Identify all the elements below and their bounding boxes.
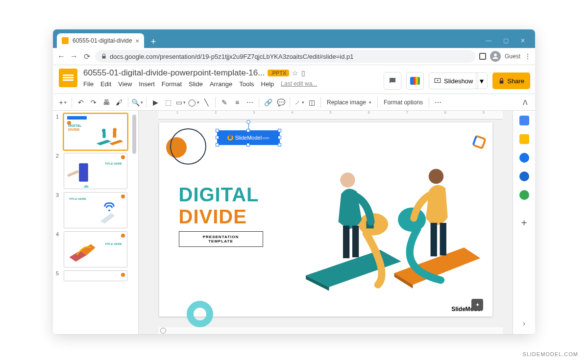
line-tool[interactable]: ╲ [200, 96, 212, 109]
menu-view[interactable]: View [118, 80, 132, 88]
thumb-number: 4 [56, 231, 61, 267]
shape-tool[interactable]: ◯ [188, 96, 199, 109]
tabs-overview-icon[interactable] [479, 53, 486, 60]
menu-arrange[interactable]: Arrange [210, 80, 232, 88]
minimize-icon[interactable]: — [486, 37, 491, 44]
menu-format[interactable]: Format [162, 80, 182, 88]
meet-button[interactable] [406, 72, 424, 90]
thumbnail-1[interactable]: DIGITALDIVIDE [64, 114, 127, 150]
svg-rect-5 [103, 132, 106, 138]
move-icon[interactable]: ▯ [301, 69, 305, 77]
menu-edit[interactable]: Edit [100, 80, 111, 88]
print-button[interactable]: 🖶 [100, 96, 112, 109]
thumbnail-4[interactable]: TITLE HERE [64, 231, 127, 267]
thumbnail-scrollbar[interactable] [132, 115, 136, 154]
replace-image-button[interactable]: Replace image [324, 99, 374, 106]
format-options-button[interactable]: Format options [381, 99, 426, 106]
browser-tab[interactable]: 60555-01-digital-divide-powerpo × [57, 33, 144, 48]
redo-button[interactable]: ↷ [88, 96, 99, 109]
more-tools-button[interactable]: ⋯ [432, 96, 444, 109]
menu-slide[interactable]: Slide [189, 80, 203, 88]
comment-icon [388, 76, 397, 85]
meet-icon [410, 77, 420, 85]
mask-button[interactable]: ◫ [306, 96, 318, 109]
svg-rect-20 [343, 226, 349, 258]
thumbnail-2[interactable]: TITLE HERE [64, 153, 127, 189]
zoom-out-icon[interactable] [160, 328, 166, 334]
thumbnail-3[interactable]: TITLE HERE [64, 192, 127, 228]
tab-title: 60555-01-digital-divide-powerpo [73, 37, 132, 44]
canvas-area: 123456789 SlideModel.com DIGITAL DIVIDE [139, 111, 513, 334]
app-header: 60555-01-digital-divide-powerpoint-templ… [53, 65, 535, 94]
profile-avatar[interactable] [490, 51, 501, 62]
new-slide-button[interactable]: + [57, 96, 69, 109]
zoom-button[interactable]: 🔍 [131, 96, 143, 109]
side-panel: + › [513, 111, 535, 334]
teal-donut-decoration [187, 301, 213, 327]
person-icon [492, 53, 499, 60]
ring-decoration [170, 128, 206, 165]
thumbnail-panel: 1 DIGITALDIVIDE 2 TITLE HERE 3 [53, 111, 139, 334]
bottom-bar: ‹ [53, 334, 535, 335]
last-edit-link[interactable]: Last edit wa... [281, 80, 317, 88]
menu-file[interactable]: File [83, 80, 94, 88]
guest-label: Guest [505, 53, 520, 60]
horizontal-ruler: 123456789 [158, 111, 503, 120]
select-tool[interactable]: ▶ [149, 96, 161, 109]
slide-subtitle-box[interactable]: PRESENTATION TEMPLATE [179, 231, 263, 247]
slide-canvas[interactable]: SlideModel.com DIGITAL DIVIDE PRESENTATI… [159, 122, 492, 316]
pptx-badge: .PPTX [268, 70, 289, 76]
add-addon-icon[interactable]: + [521, 218, 527, 229]
url-input[interactable]: docs.google.com/presentation/d/19-p5z1tj… [95, 50, 475, 63]
explore-button[interactable]: ✦ [471, 299, 483, 311]
menu-insert[interactable]: Insert [139, 80, 155, 88]
hide-menus-button[interactable]: ᐱ [519, 96, 531, 109]
border-dash-button[interactable]: ⋯ [244, 96, 256, 109]
tasks-icon[interactable] [519, 153, 529, 163]
thumbnail-5[interactable] [64, 270, 127, 281]
lock-icon [101, 53, 107, 59]
calendar-icon[interactable] [519, 116, 529, 125]
link-button[interactable]: 🔗 [262, 96, 274, 109]
comments-button[interactable] [384, 72, 401, 90]
slide-heading[interactable]: DIGITAL DIVIDE [179, 184, 259, 228]
reload-icon[interactable]: ⟳ [82, 52, 91, 61]
slideshow-dropdown[interactable]: ▾ [476, 73, 488, 89]
star-icon[interactable]: ☆ [292, 69, 298, 77]
selected-logo-image[interactable]: SlideModel.com [217, 130, 280, 145]
thumb-number: 1 [56, 114, 61, 150]
maps-icon[interactable] [519, 190, 529, 200]
undo-button[interactable]: ↶ [75, 96, 87, 109]
menu-help[interactable]: Help [261, 80, 274, 88]
comment-add-button[interactable]: 💬 [275, 96, 287, 109]
textbox-tool[interactable]: ⬚ [162, 96, 174, 109]
crop-button[interactable]: ⟋ [293, 96, 305, 109]
browser-window: 60555-01-digital-divide-powerpo × + — ▢ … [53, 29, 535, 335]
close-tab-icon[interactable]: × [135, 37, 139, 45]
border-color-button[interactable]: ✎ [219, 96, 230, 109]
slideshow-button[interactable]: Slideshow [429, 73, 478, 89]
maximize-icon[interactable]: ▢ [503, 37, 509, 44]
svg-rect-23 [430, 223, 437, 256]
svg-rect-21 [352, 226, 359, 258]
collapse-panel-icon[interactable]: › [523, 319, 525, 327]
forward-icon[interactable]: → [70, 52, 78, 61]
border-weight-button[interactable]: ≡ [231, 96, 243, 109]
image-tool[interactable]: ▭ [175, 96, 187, 109]
share-button[interactable]: Share [492, 73, 530, 89]
new-tab-button[interactable]: + [147, 35, 160, 48]
menu-tools[interactable]: Tools [239, 80, 254, 88]
contacts-icon[interactable] [519, 171, 529, 181]
keep-icon[interactable] [519, 134, 529, 144]
horizontal-scrollbar[interactable] [158, 327, 503, 334]
svg-rect-24 [440, 223, 446, 256]
url-text: docs.google.com/presentation/d/19-p5z1tj… [110, 53, 354, 60]
back-icon[interactable]: ← [57, 52, 66, 61]
close-window-icon[interactable]: ✕ [520, 37, 525, 44]
chrome-menu-icon[interactable]: ⋮ [524, 52, 531, 60]
chrome-titlebar: 60555-01-digital-divide-powerpo × + — ▢ … [53, 29, 535, 48]
paint-format-button[interactable]: 🖌 [113, 96, 125, 109]
slides-logo-icon[interactable] [59, 69, 77, 87]
document-title[interactable]: 60555-01-digital-divide-powerpoint-templ… [83, 68, 265, 78]
slidemodel-mark-icon [227, 135, 233, 141]
